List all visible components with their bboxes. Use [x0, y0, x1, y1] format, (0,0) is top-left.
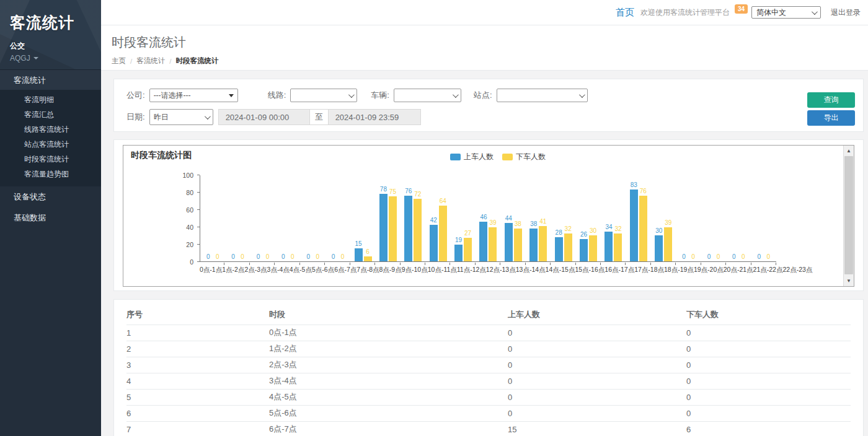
- x-tick-mark: [726, 263, 751, 265]
- home-link[interactable]: 首页: [616, 7, 634, 19]
- scroll-up-icon[interactable]: ▲: [844, 146, 854, 156]
- breadcrumb-separator: /: [169, 58, 171, 65]
- sidebar-subitem-2[interactable]: 线路客流统计: [0, 122, 101, 137]
- user-name: AQGJ: [10, 54, 30, 63]
- bar-wrap: 0: [329, 253, 337, 261]
- company-select[interactable]: ---请选择---: [149, 89, 238, 102]
- bar-wrap: 26: [580, 231, 588, 261]
- table-row: 10点-1点00: [126, 325, 851, 341]
- bar-value-label: 72: [414, 191, 421, 198]
- line-select[interactable]: [290, 89, 357, 102]
- bar-value-label: 38: [515, 220, 521, 227]
- bar-wrap: 30: [655, 227, 663, 261]
- bar: [655, 235, 663, 261]
- bar: [505, 223, 513, 261]
- x-tick-mark: [676, 263, 701, 265]
- x-tick-mark: [401, 263, 425, 265]
- bar-group: 00: [200, 175, 225, 261]
- bar-value-label: 75: [389, 188, 396, 195]
- bar: [514, 229, 522, 261]
- bar-value-label: 44: [505, 215, 512, 222]
- bar-wrap: 41: [539, 218, 547, 261]
- table-row: 32点-3点00: [126, 357, 851, 373]
- bar-wrap: 83: [630, 181, 638, 261]
- x-axis-label: 19点-20点: [694, 266, 724, 274]
- sidebar-item-0[interactable]: 客流统计: [0, 69, 101, 90]
- bar-group: 00: [326, 175, 350, 261]
- bar-wrap: 0: [279, 253, 287, 261]
- bar-value-label: 30: [655, 227, 662, 234]
- bar-wrap: 64: [439, 198, 447, 261]
- bar-wrap: 46: [479, 214, 487, 261]
- bar: [464, 238, 472, 261]
- table-row: 54点-5点00: [126, 389, 851, 405]
- scroll-down-icon[interactable]: ▼: [844, 276, 854, 286]
- x-axis-label: 14点-15点: [546, 266, 575, 274]
- legend-item-alighting: 下车人数: [502, 152, 546, 162]
- bar: [439, 206, 447, 261]
- bar-wrap: 0: [689, 253, 698, 261]
- x-axis-label: 10点-11点: [428, 266, 457, 274]
- bar-value-label: 27: [464, 230, 471, 237]
- logout-link[interactable]: 退出登录: [831, 7, 861, 18]
- bar-group: 4639: [476, 175, 500, 261]
- bar-value-label: 42: [430, 217, 437, 224]
- table-row: 21点-2点00: [126, 341, 851, 357]
- query-button[interactable]: 查询: [807, 92, 855, 108]
- date-preset-select[interactable]: 昨日: [149, 109, 213, 125]
- vehicle-select[interactable]: [394, 89, 461, 102]
- sidebar-subitem-1[interactable]: 客流汇总: [0, 107, 101, 122]
- sidebar-subitem-5[interactable]: 客流量趋势图: [0, 167, 101, 181]
- table-cell: 1点-2点: [269, 341, 508, 357]
- filter-panel: 公司: ---请选择--- 线路: 车辆: 站点:: [113, 79, 864, 132]
- sidebar-submenu: 客流明细客流汇总线路客流统计站点客流统计时段客流统计客流量趋势图: [0, 90, 101, 186]
- scrollbar-thumb[interactable]: [844, 156, 853, 274]
- legend-item-boarding: 上车人数: [450, 152, 494, 162]
- x-tick-mark: [500, 263, 525, 265]
- x-axis-label: 17点-18点: [634, 266, 664, 274]
- y-tick-label: 20: [186, 241, 193, 248]
- chart-scrollbar[interactable]: ▲ ▼: [843, 146, 854, 286]
- bar-group: 1927: [451, 175, 476, 261]
- bar-value-label: 30: [590, 227, 596, 234]
- bar-group: 3841: [526, 175, 551, 261]
- date-from-input[interactable]: 2024-01-09 00:00: [218, 109, 309, 125]
- x-axis-label: 2点-3点: [244, 266, 267, 274]
- company-label: 公司:: [126, 90, 145, 101]
- sidebar-subitem-3[interactable]: 站点客流统计: [0, 137, 101, 152]
- legend-label: 下车人数: [516, 152, 546, 162]
- bar-wrap: 0: [254, 253, 262, 261]
- x-axis-label: 5点-6点: [312, 266, 334, 274]
- bar: [580, 239, 588, 261]
- sidebar-item-2[interactable]: 基础数据: [0, 207, 101, 229]
- bar-value-label: 64: [440, 198, 446, 204]
- notification-badge[interactable]: 34: [735, 4, 748, 14]
- station-select[interactable]: [497, 89, 588, 102]
- x-axis-label: 22点-23点: [782, 266, 812, 274]
- bar-wrap: 19: [454, 237, 463, 261]
- breadcrumb-home[interactable]: 主页: [112, 56, 126, 66]
- x-tick-mark: [325, 263, 350, 265]
- breadcrumb-section[interactable]: 客流统计: [136, 56, 165, 66]
- page-title: 时段客流统计: [112, 34, 868, 51]
- x-tick-mark: [576, 263, 601, 265]
- sidebar-subitem-0[interactable]: 客流明细: [0, 92, 101, 107]
- chart-frame: 时段车流统计图 上车人数 下车人数 020406080100 000000000…: [123, 145, 854, 287]
- x-axis-label: 8点-9点: [379, 266, 402, 274]
- date-to-input[interactable]: 2024-01-09 23:59: [329, 109, 421, 125]
- x-tick-mark: [450, 263, 475, 265]
- line-label: 线路:: [268, 90, 286, 101]
- x-axis-label: 13点-14点: [516, 266, 546, 274]
- bar-wrap: 32: [614, 225, 622, 261]
- x-tick-mark: [601, 263, 626, 265]
- filter-row-1: 公司: ---请选择--- 线路: 车辆: 站点:: [126, 89, 851, 102]
- sidebar-subitem-4[interactable]: 时段客流统计: [0, 152, 101, 167]
- language-select[interactable]: 简体中文: [751, 6, 821, 19]
- bar-group: 00: [726, 175, 751, 261]
- export-button[interactable]: 导出: [807, 110, 855, 126]
- x-axis-label: 20点-21点: [724, 266, 753, 274]
- x-axis-label: 9点-10点: [402, 266, 428, 274]
- bar: [539, 226, 547, 261]
- sidebar-item-1[interactable]: 设备状态: [0, 186, 101, 207]
- user-dropdown[interactable]: AQGJ: [0, 51, 101, 63]
